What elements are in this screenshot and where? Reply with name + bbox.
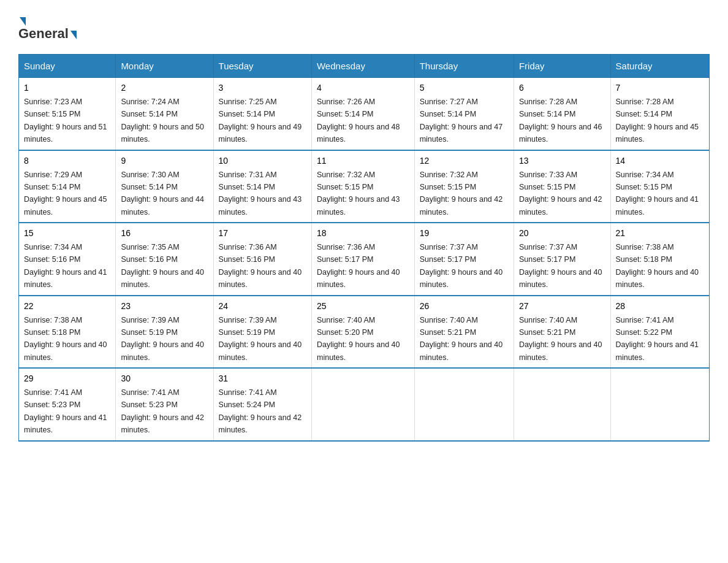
header-saturday: Saturday (610, 55, 709, 78)
day-number: 22 (24, 300, 110, 313)
day-info: Sunrise: 7:40 AMSunset: 5:21 PMDaylight:… (519, 316, 602, 362)
day-number: 14 (616, 155, 704, 167)
calendar-cell: 11Sunrise: 7:32 AMSunset: 5:15 PMDayligh… (311, 150, 414, 223)
calendar-cell: 12Sunrise: 7:32 AMSunset: 5:15 PMDayligh… (414, 150, 514, 223)
header-thursday: Thursday (414, 55, 514, 78)
day-number: 20 (519, 227, 605, 240)
calendar-cell (414, 368, 514, 441)
day-number: 5 (420, 82, 509, 94)
header-tuesday: Tuesday (213, 55, 311, 78)
day-number: 27 (519, 300, 605, 313)
day-info: Sunrise: 7:33 AMSunset: 5:15 PMDaylight:… (519, 170, 602, 216)
header-monday: Monday (116, 55, 213, 78)
calendar-cell (610, 368, 709, 441)
day-info: Sunrise: 7:37 AMSunset: 5:17 PMDaylight:… (420, 243, 503, 289)
day-info: Sunrise: 7:27 AMSunset: 5:14 PMDaylight:… (420, 98, 503, 144)
day-info: Sunrise: 7:40 AMSunset: 5:20 PMDaylight:… (317, 316, 400, 362)
calendar-cell: 31Sunrise: 7:41 AMSunset: 5:24 PMDayligh… (213, 368, 311, 441)
day-number: 21 (616, 227, 704, 240)
calendar-cell: 30Sunrise: 7:41 AMSunset: 5:23 PMDayligh… (116, 368, 213, 441)
day-number: 18 (317, 227, 409, 240)
day-number: 26 (420, 300, 509, 313)
calendar-cell: 20Sunrise: 7:37 AMSunset: 5:17 PMDayligh… (514, 223, 610, 296)
day-number: 8 (24, 155, 110, 167)
logo-arrow-icon (20, 17, 26, 26)
day-info: Sunrise: 7:25 AMSunset: 5:14 PMDaylight:… (219, 98, 302, 144)
day-number: 28 (616, 300, 704, 313)
header-friday: Friday (514, 55, 610, 78)
calendar-cell: 4Sunrise: 7:26 AMSunset: 5:14 PMDaylight… (311, 78, 414, 150)
calendar-cell (311, 368, 414, 441)
calendar-cell: 13Sunrise: 7:33 AMSunset: 5:15 PMDayligh… (514, 150, 610, 223)
day-number: 4 (317, 82, 409, 94)
day-info: Sunrise: 7:23 AMSunset: 5:15 PMDaylight:… (24, 98, 107, 144)
day-number: 15 (24, 227, 110, 240)
day-number: 6 (519, 82, 605, 94)
day-info: Sunrise: 7:35 AMSunset: 5:16 PMDaylight:… (121, 243, 204, 289)
day-info: Sunrise: 7:24 AMSunset: 5:14 PMDaylight:… (121, 98, 204, 144)
header-wednesday: Wednesday (311, 55, 414, 78)
calendar-cell: 5Sunrise: 7:27 AMSunset: 5:14 PMDaylight… (414, 78, 514, 150)
calendar-cell: 24Sunrise: 7:39 AMSunset: 5:19 PMDayligh… (213, 296, 311, 369)
day-info: Sunrise: 7:41 AMSunset: 5:24 PMDaylight:… (219, 388, 302, 434)
day-info: Sunrise: 7:29 AMSunset: 5:14 PMDaylight:… (24, 170, 107, 216)
calendar-cell: 25Sunrise: 7:40 AMSunset: 5:20 PMDayligh… (311, 296, 414, 369)
day-info: Sunrise: 7:32 AMSunset: 5:15 PMDaylight:… (420, 170, 503, 216)
calendar-header-row: SundayMondayTuesdayWednesdayThursdayFrid… (19, 55, 710, 78)
day-info: Sunrise: 7:28 AMSunset: 5:14 PMDaylight:… (519, 98, 602, 144)
calendar-cell: 23Sunrise: 7:39 AMSunset: 5:19 PMDayligh… (116, 296, 213, 369)
day-number: 19 (420, 227, 509, 240)
calendar-cell: 28Sunrise: 7:41 AMSunset: 5:22 PMDayligh… (610, 296, 709, 369)
calendar-week-row: 15Sunrise: 7:34 AMSunset: 5:16 PMDayligh… (19, 223, 710, 296)
day-info: Sunrise: 7:39 AMSunset: 5:19 PMDaylight:… (121, 316, 204, 362)
calendar-cell: 2Sunrise: 7:24 AMSunset: 5:14 PMDaylight… (116, 78, 213, 150)
calendar-week-row: 22Sunrise: 7:38 AMSunset: 5:18 PMDayligh… (19, 296, 710, 369)
calendar-cell: 8Sunrise: 7:29 AMSunset: 5:14 PMDaylight… (19, 150, 116, 223)
day-info: Sunrise: 7:34 AMSunset: 5:16 PMDaylight:… (24, 243, 107, 289)
day-info: Sunrise: 7:28 AMSunset: 5:14 PMDaylight:… (616, 98, 699, 144)
day-number: 23 (121, 300, 208, 313)
day-number: 29 (24, 372, 110, 385)
page-header: General (18, 12, 710, 42)
day-info: Sunrise: 7:38 AMSunset: 5:18 PMDaylight:… (24, 316, 107, 362)
calendar-week-row: 29Sunrise: 7:41 AMSunset: 5:23 PMDayligh… (19, 368, 710, 441)
day-number: 31 (219, 372, 306, 385)
calendar-week-row: 1Sunrise: 7:23 AMSunset: 5:15 PMDaylight… (19, 78, 710, 150)
day-number: 7 (616, 82, 704, 94)
day-info: Sunrise: 7:41 AMSunset: 5:23 PMDaylight:… (121, 388, 204, 434)
calendar-cell: 10Sunrise: 7:31 AMSunset: 5:14 PMDayligh… (213, 150, 311, 223)
calendar-cell: 7Sunrise: 7:28 AMSunset: 5:14 PMDaylight… (610, 78, 709, 150)
day-number: 3 (219, 82, 306, 94)
calendar-cell: 16Sunrise: 7:35 AMSunset: 5:16 PMDayligh… (116, 223, 213, 296)
day-number: 24 (219, 300, 306, 313)
calendar-cell: 22Sunrise: 7:38 AMSunset: 5:18 PMDayligh… (19, 296, 116, 369)
calendar-cell: 18Sunrise: 7:36 AMSunset: 5:17 PMDayligh… (311, 223, 414, 296)
calendar-cell: 17Sunrise: 7:36 AMSunset: 5:16 PMDayligh… (213, 223, 311, 296)
day-info: Sunrise: 7:40 AMSunset: 5:21 PMDaylight:… (420, 316, 503, 362)
day-number: 16 (121, 227, 208, 240)
day-info: Sunrise: 7:41 AMSunset: 5:22 PMDaylight:… (616, 316, 699, 362)
day-info: Sunrise: 7:36 AMSunset: 5:17 PMDaylight:… (317, 243, 400, 289)
day-info: Sunrise: 7:26 AMSunset: 5:14 PMDaylight:… (317, 98, 400, 144)
day-info: Sunrise: 7:36 AMSunset: 5:16 PMDaylight:… (219, 243, 302, 289)
logo-arrow-icon2 (70, 31, 77, 39)
calendar-cell: 29Sunrise: 7:41 AMSunset: 5:23 PMDayligh… (19, 368, 116, 441)
calendar-week-row: 8Sunrise: 7:29 AMSunset: 5:14 PMDaylight… (19, 150, 710, 223)
calendar-cell: 21Sunrise: 7:38 AMSunset: 5:18 PMDayligh… (610, 223, 709, 296)
calendar-cell: 9Sunrise: 7:30 AMSunset: 5:14 PMDaylight… (116, 150, 213, 223)
day-info: Sunrise: 7:39 AMSunset: 5:19 PMDaylight:… (219, 316, 302, 362)
calendar-cell: 26Sunrise: 7:40 AMSunset: 5:21 PMDayligh… (414, 296, 514, 369)
calendar-cell: 3Sunrise: 7:25 AMSunset: 5:14 PMDaylight… (213, 78, 311, 150)
day-number: 10 (219, 155, 306, 167)
calendar-cell: 6Sunrise: 7:28 AMSunset: 5:14 PMDaylight… (514, 78, 610, 150)
calendar-cell: 1Sunrise: 7:23 AMSunset: 5:15 PMDaylight… (19, 78, 116, 150)
day-number: 2 (121, 82, 208, 94)
day-number: 13 (519, 155, 605, 167)
day-number: 12 (420, 155, 509, 167)
day-info: Sunrise: 7:30 AMSunset: 5:14 PMDaylight:… (121, 170, 204, 216)
calendar-cell: 19Sunrise: 7:37 AMSunset: 5:17 PMDayligh… (414, 223, 514, 296)
day-number: 1 (24, 82, 110, 94)
logo: General (18, 12, 78, 42)
day-number: 11 (317, 155, 409, 167)
day-info: Sunrise: 7:37 AMSunset: 5:17 PMDaylight:… (519, 243, 602, 289)
